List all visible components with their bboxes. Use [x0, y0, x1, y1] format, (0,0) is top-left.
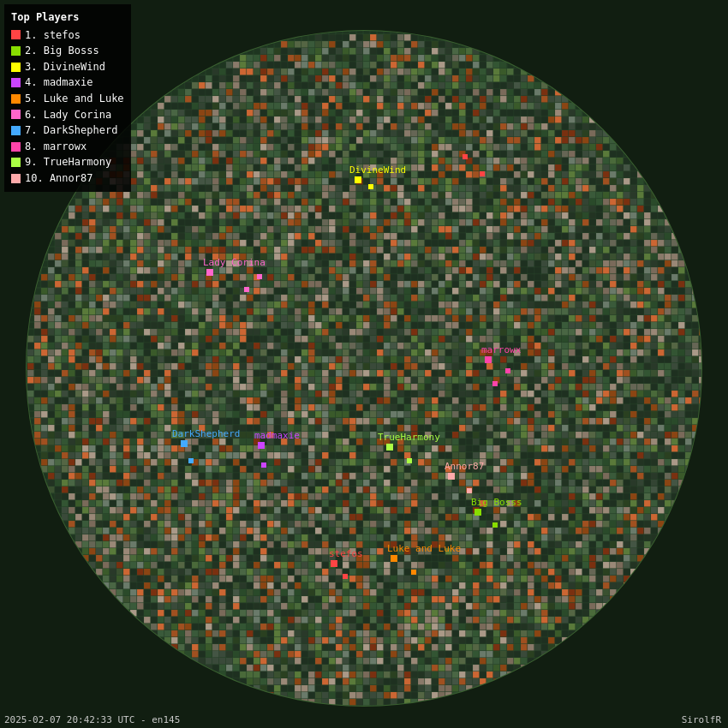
- legend-color-swatch: [11, 174, 21, 183]
- legend-panel: Top Players 1. stefos2. Big Bosss3. Divi…: [4, 4, 131, 192]
- legend-item: 10. Annor87: [11, 170, 124, 187]
- legend-item-text: 7. DarkShepherd: [25, 122, 117, 139]
- status-bar: 2025-02-07 20:42:33 UTC - en145: [4, 714, 180, 725]
- legend-title: Top Players: [11, 9, 124, 26]
- legend-item-text: 1. stefos: [25, 27, 81, 44]
- legend-color-swatch: [11, 30, 21, 39]
- legend-color-swatch: [11, 142, 21, 152]
- legend-item-text: 2. Big Bosss: [25, 43, 99, 59]
- legend-color-swatch: [11, 63, 21, 72]
- legend-color-swatch: [11, 126, 21, 135]
- legend-color-swatch: [11, 110, 21, 119]
- legend-item: 5. Luke and Luke: [11, 91, 124, 107]
- legend-item-text: 8. marrowx: [25, 139, 87, 155]
- legend-item: 9. TrueHarmony: [11, 154, 124, 170]
- legend-item-text: 10. Annor87: [25, 170, 92, 187]
- legend-item-text: 4. madmaxie: [25, 75, 92, 91]
- legend-item: 3. DivineWind: [11, 59, 124, 75]
- legend-item-text: 9. TrueHarmony: [25, 154, 111, 170]
- legend-color-swatch: [11, 158, 21, 167]
- legend-color-swatch: [11, 94, 21, 104]
- legend-item: 6. Lady Corina: [11, 107, 124, 123]
- legend-item-text: 5. Luke and Luke: [25, 91, 124, 107]
- server-label: SirolfR: [682, 714, 721, 725]
- legend-item: 7. DarkShepherd: [11, 122, 124, 139]
- legend-item-text: 6. Lady Corina: [25, 107, 111, 123]
- legend-item: 1. stefos: [11, 27, 124, 44]
- legend-item: 8. marrowx: [11, 139, 124, 155]
- legend-item: 4. madmaxie: [11, 75, 124, 91]
- legend-color-swatch: [11, 46, 21, 56]
- legend-item: 2. Big Bosss: [11, 43, 124, 59]
- legend-item-text: 3. DivineWind: [25, 59, 105, 75]
- legend-color-swatch: [11, 78, 21, 87]
